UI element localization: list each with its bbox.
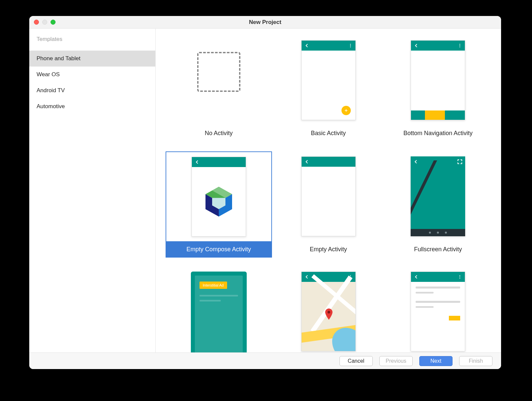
appbar — [192, 157, 246, 167]
svg-point-11 — [350, 275, 350, 276]
sidebar-item-android-tv[interactable]: Android TV — [29, 83, 155, 99]
map-pin-icon — [325, 308, 333, 320]
phone-preview: Interstitial Ad — [191, 272, 247, 358]
back-arrow-icon — [414, 43, 419, 48]
phone-preview — [192, 157, 246, 237]
overflow-menu-icon — [348, 43, 353, 48]
svg-point-17 — [460, 278, 460, 279]
template-admob-interstitial[interactable]: Interstitial Ad — [166, 268, 272, 357]
svg-point-14 — [328, 311, 330, 313]
phone-preview — [411, 40, 465, 120]
sidebar-header: Templates — [29, 36, 155, 51]
svg-point-1 — [350, 45, 350, 46]
dialog-footer: Cancel Previous Next Finish — [29, 352, 501, 369]
sidebar-item-automotive[interactable]: Automotive — [29, 99, 155, 114]
compose-logo-icon — [205, 187, 232, 217]
svg-point-15 — [460, 275, 460, 276]
window-controls — [34, 16, 56, 28]
template-empty-compose[interactable]: Empty Compose Activity — [166, 151, 272, 258]
template-label: Bottom Navigation Activity — [385, 125, 491, 141]
svg-point-16 — [460, 277, 460, 277]
login-button-icon — [449, 316, 460, 320]
appbar — [411, 41, 465, 51]
system-navbar-icon — [411, 229, 465, 236]
window-title: New Project — [249, 19, 281, 26]
phone-preview — [301, 156, 356, 236]
template-label: Fullscreen Activity — [385, 241, 491, 258]
fab-add-icon — [341, 106, 351, 115]
template-label: Empty Compose Activity — [166, 241, 272, 258]
template-label: No Activity — [166, 125, 272, 141]
template-login[interactable] — [385, 268, 491, 357]
next-button[interactable]: Next — [419, 356, 453, 366]
svg-point-3 — [460, 44, 460, 45]
sidebar-item-phone-tablet[interactable]: Phone and Tablet — [29, 51, 155, 67]
appbar — [302, 157, 355, 167]
back-arrow-icon — [413, 159, 419, 164]
back-arrow-icon — [304, 274, 310, 280]
template-no-activity[interactable]: No Activity — [166, 35, 272, 141]
back-arrow-icon — [414, 274, 419, 280]
minimize-icon — [42, 20, 47, 25]
dialog-window: New Project Templates Phone and Tablet W… — [29, 16, 501, 369]
interstitial-ad-badge: Interstitial Ad — [200, 282, 227, 289]
template-basic-activity[interactable]: Basic Activity — [275, 35, 382, 141]
back-arrow-icon — [304, 159, 310, 164]
previous-button: Previous — [379, 356, 413, 366]
close-icon[interactable] — [34, 20, 39, 25]
overflow-menu-icon — [458, 43, 462, 48]
dashed-placeholder-icon — [197, 52, 240, 92]
template-label: Basic Activity — [275, 125, 382, 141]
finish-button: Finish — [459, 356, 492, 366]
phone-preview — [411, 272, 465, 351]
template-empty-activity[interactable]: Empty Activity — [275, 151, 382, 258]
template-gallery: No Activity — [156, 29, 501, 369]
svg-point-0 — [350, 44, 350, 45]
appbar — [411, 272, 465, 282]
sidebar: Templates Phone and Tablet Wear OS Andro… — [29, 29, 156, 369]
bottom-nav-icon — [411, 110, 465, 120]
template-bottom-navigation[interactable]: Bottom Navigation Activity — [385, 35, 491, 141]
sidebar-item-wear-os[interactable]: Wear OS — [29, 67, 155, 83]
template-label: Empty Activity — [275, 241, 382, 258]
maximize-icon[interactable] — [51, 20, 56, 25]
cancel-button[interactable]: Cancel — [339, 356, 373, 366]
svg-point-2 — [350, 47, 350, 47]
back-arrow-icon — [304, 43, 310, 48]
titlebar: New Project — [29, 16, 501, 29]
map-preview-icon — [302, 282, 355, 351]
template-google-maps[interactable] — [275, 268, 382, 357]
appbar — [302, 41, 355, 51]
template-fullscreen-activity[interactable]: Fullscreen Activity — [385, 151, 491, 258]
overflow-menu-icon — [458, 274, 462, 280]
phone-preview — [411, 156, 465, 236]
phone-preview — [301, 40, 356, 120]
back-arrow-icon — [195, 159, 200, 165]
phone-preview — [301, 272, 356, 351]
svg-point-5 — [460, 47, 460, 47]
svg-point-4 — [460, 45, 460, 46]
